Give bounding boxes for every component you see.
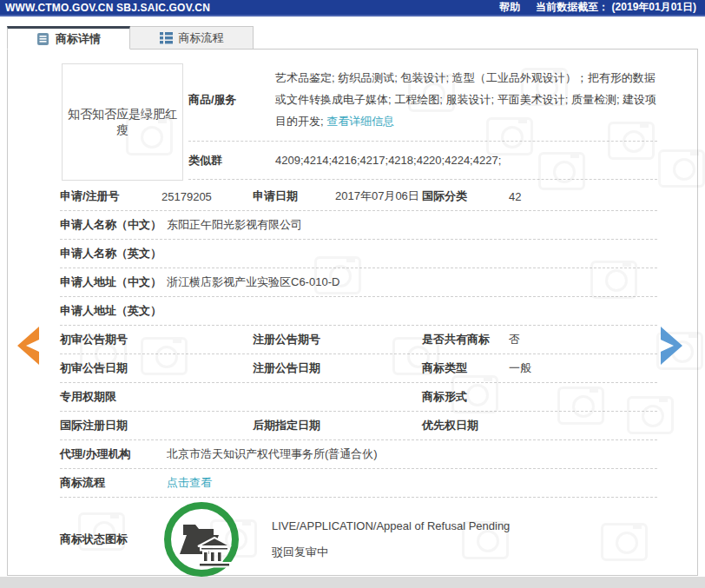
similar-group-value: 4209;4214;4216;4217;4218;4220;4224;4227; bbox=[275, 154, 501, 167]
process-label: 商标流程 bbox=[60, 475, 161, 491]
mark-type-value: 一般 bbox=[509, 360, 657, 376]
intl-class-label: 国际分类 bbox=[422, 188, 509, 204]
applicant-addr-en-row: 申请人地址（英文） bbox=[60, 297, 657, 326]
intl-reg-date-label: 国际注册日期 bbox=[60, 418, 253, 433]
applicant-name-en-row: 申请人名称（英文） bbox=[60, 240, 657, 268]
applicant-name-cn-row: 申请人名称（中文） 东阳正午阳光影视有限公司 bbox=[60, 211, 657, 240]
tab-process-label: 商标流程 bbox=[179, 30, 224, 46]
name-en-label: 申请人名称（英文） bbox=[60, 246, 161, 261]
site-urls: WWW.CTMO.GOV.CN SBJ.SAIC.GOV.CN bbox=[5, 2, 499, 14]
process-row: 商标流程 点击查看 bbox=[60, 469, 657, 498]
footer-strip bbox=[0, 577, 705, 588]
application-number-row: 申请/注册号 25179205 申请日期 2017年07月06日 国际分类 42 bbox=[60, 182, 657, 211]
trademark-detail-page: WWW.CTMO.GOV.CN SBJ.SAIC.GOV.CN 帮助 当前数据截… bbox=[0, 0, 705, 588]
prev-arrow-icon[interactable] bbox=[14, 325, 42, 367]
intl-dates-row: 国际注册日期 后期指定日期 优先权日期 bbox=[60, 412, 657, 440]
gazette-date-row: 初审公告日期 注册公告日期 商标类型 一般 bbox=[60, 354, 657, 383]
app-date-label: 申请日期 bbox=[253, 188, 335, 204]
tab-bar: 商标详情 商标流程 bbox=[7, 26, 254, 50]
tab-details-label: 商标详情 bbox=[56, 31, 101, 47]
gazette-number-row: 初审公告期号 注册公告期号 是否共有商标 否 bbox=[60, 326, 657, 354]
status-icon-label: 商标状态图标 bbox=[60, 532, 161, 547]
goods-services-value: 艺术品鉴定; 纺织品测试; 包装设计; 造型（工业品外观设计）；把有形的数据或文… bbox=[275, 67, 657, 132]
tab-trademark-details[interactable]: 商标详情 bbox=[7, 26, 130, 50]
goods-services-label: 商品/服务 bbox=[188, 92, 275, 108]
next-arrow-icon[interactable] bbox=[658, 325, 686, 367]
app-no-value: 25179205 bbox=[161, 190, 253, 203]
name-cn-value: 东阳正午阳光影视有限公司 bbox=[167, 217, 302, 233]
reg-gazette-no-label: 注册公告期号 bbox=[253, 332, 422, 347]
mark-type-label: 商标类型 bbox=[422, 360, 509, 376]
reg-gazette-date-label: 注册公告日期 bbox=[253, 360, 422, 376]
similar-group-label: 类似群 bbox=[188, 153, 275, 168]
addr-cn-value: 浙江横店影视产业实验区C6-010-D bbox=[167, 274, 339, 290]
top-header-bar: WWW.CTMO.GOV.CN SBJ.SAIC.GOV.CN 帮助 当前数据截… bbox=[0, 0, 705, 17]
agency-row: 代理/办理机构 北京市浩天知识产权代理事务所(普通合伙) bbox=[60, 440, 657, 469]
name-cn-label: 申请人名称（中文） bbox=[60, 217, 161, 233]
trademark-image: 知否知否应是绿肥红瘦 bbox=[62, 63, 183, 181]
addr-cn-label: 申请人地址（中文） bbox=[60, 274, 161, 290]
later-designation-date-label: 后期指定日期 bbox=[253, 418, 422, 433]
applicant-addr-cn-row: 申请人地址（中文） 浙江横店影视产业实验区C6-010-D bbox=[60, 268, 657, 297]
app-date-value: 2017年07月06日 bbox=[335, 188, 422, 204]
mark-form-label: 商标形式 bbox=[422, 389, 509, 405]
status-text-en: LIVE/APPLICATION/Appeal of Refusal Pendi… bbox=[272, 519, 510, 532]
process-click-to-view-link[interactable]: 点击查看 bbox=[167, 475, 212, 491]
goods-services-row: 商品/服务 艺术品鉴定; 纺织品测试; 包装设计; 造型（工业品外观设计）；把有… bbox=[188, 62, 657, 142]
help-link[interactable]: 帮助 bbox=[499, 0, 520, 15]
status-row: 商标状态图标 bbox=[60, 498, 657, 582]
folder-bank-status-icon bbox=[161, 499, 244, 579]
agency-label: 代理/办理机构 bbox=[60, 446, 161, 462]
data-cutoff-text: 当前数据截至： (2019年01月01日) bbox=[536, 0, 696, 15]
prelim-gazette-date-label: 初审公告日期 bbox=[60, 360, 253, 376]
status-text-cn: 驳回复审中 bbox=[272, 545, 510, 560]
app-no-label: 申请/注册号 bbox=[60, 188, 161, 204]
tab-trademark-process[interactable]: 商标流程 bbox=[130, 26, 254, 50]
exclusive-period-row: 专用权期限 商标形式 bbox=[60, 383, 657, 412]
trademark-detail-panel: 知否知否应是绿肥红瘦 商品/服务 艺术品鉴定; 纺织品测试; 包装设计; 造型（… bbox=[7, 49, 698, 576]
prelim-gazette-no-label: 初审公告期号 bbox=[60, 332, 253, 347]
is-shared-mark-label: 是否共有商标 bbox=[422, 332, 509, 347]
priority-date-label: 优先权日期 bbox=[422, 418, 509, 433]
list-icon bbox=[160, 31, 173, 44]
exclusive-period-label: 专用权期限 bbox=[60, 389, 422, 405]
addr-en-label: 申请人地址（英文） bbox=[60, 303, 161, 319]
view-details-link[interactable]: 查看详细信息 bbox=[326, 115, 394, 128]
document-icon bbox=[36, 32, 49, 46]
intl-class-value: 42 bbox=[509, 190, 657, 203]
agency-value: 北京市浩天知识产权代理事务所(普通合伙) bbox=[167, 446, 378, 462]
similar-group-row: 类似群 4209;4214;4216;4217;4218;4220;4224;4… bbox=[188, 142, 657, 180]
mark-overview-section: 知否知否应是绿肥红瘦 商品/服务 艺术品鉴定; 纺织品测试; 包装设计; 造型（… bbox=[60, 62, 657, 182]
is-shared-mark-value: 否 bbox=[509, 332, 657, 347]
